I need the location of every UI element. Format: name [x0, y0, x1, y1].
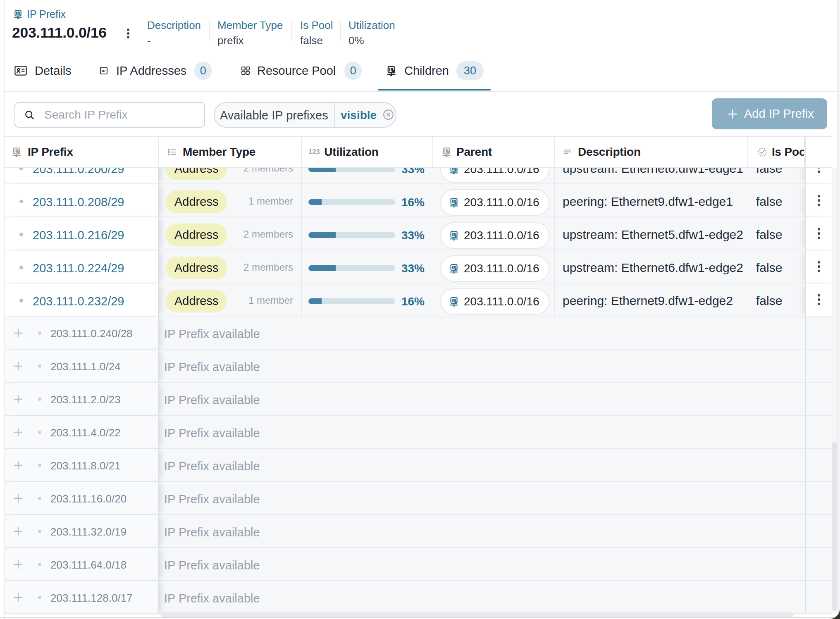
svg-text:IP: IP [102, 69, 105, 73]
